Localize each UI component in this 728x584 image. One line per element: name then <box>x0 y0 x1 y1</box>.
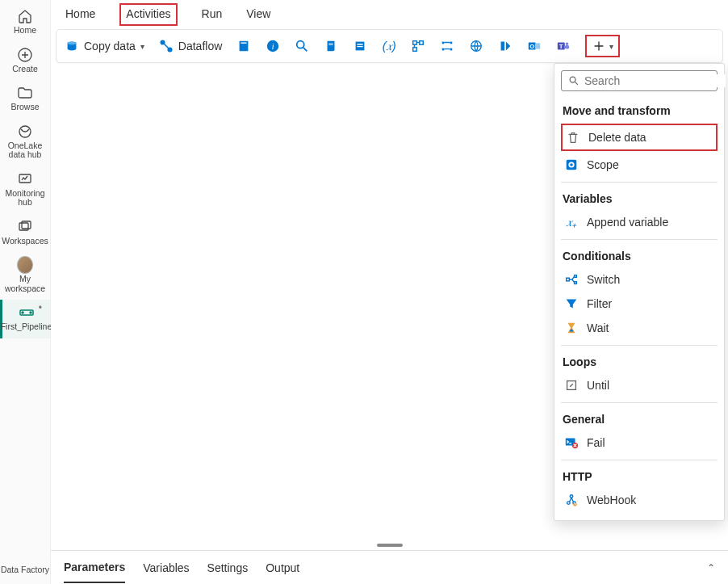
search-box[interactable] <box>561 70 718 91</box>
onelake-icon <box>17 124 33 140</box>
workspaces-icon <box>17 219 33 235</box>
filter-icon <box>564 296 579 311</box>
rail-pipeline-label: First_Pipeline <box>0 322 53 332</box>
dataflow-icon <box>159 39 174 53</box>
divider <box>561 182 718 183</box>
svg-text:i: i <box>272 42 274 51</box>
item-append-variable-label: Append variable <box>587 216 668 229</box>
rail-create[interactable]: Create <box>0 42 50 81</box>
switch-icon <box>564 272 579 287</box>
btab-variables[interactable]: Variables <box>143 553 189 582</box>
rail-home[interactable]: Home <box>0 3 50 42</box>
svg-point-15 <box>297 41 304 48</box>
tab-activities[interactable]: Activities <box>119 3 177 26</box>
tab-activities-label: Activities <box>126 7 170 20</box>
item-scope-label: Scope <box>587 158 619 171</box>
divider <box>561 402 718 403</box>
svg-rect-37 <box>575 275 577 278</box>
dataflow-label: Dataflow <box>178 40 222 53</box>
until-icon <box>564 378 579 393</box>
item-switch-label: Switch <box>587 273 620 286</box>
append-variable-icon: 𝑥₊ <box>564 215 579 229</box>
item-delete-data[interactable]: Delete data <box>561 124 718 151</box>
item-until-label: Until <box>587 379 609 392</box>
btab-output[interactable]: Output <box>266 553 299 582</box>
svg-rect-12 <box>241 43 247 44</box>
wait-icon <box>564 321 579 335</box>
dataflow-button[interactable]: Dataflow <box>159 39 222 53</box>
outlook-icon[interactable]: O <box>527 39 542 53</box>
section-variables: Variables <box>561 189 718 210</box>
svg-rect-22 <box>450 42 453 44</box>
item-filter[interactable]: Filter <box>561 292 718 316</box>
svg-rect-27 <box>535 43 540 48</box>
svg-rect-23 <box>450 48 453 51</box>
activities-dropdown: Move and transform Delete data Scope Var… <box>554 63 725 521</box>
notebook-icon[interactable] <box>236 39 251 53</box>
rail-data-factory[interactable]: Data Factory <box>0 560 50 584</box>
copy-data-label: Copy data <box>84 40 136 53</box>
stored-procedure-icon[interactable] <box>353 39 367 53</box>
rail-my-workspace[interactable]: My workspace <box>0 252 50 300</box>
web-icon[interactable] <box>469 39 483 53</box>
divider <box>561 345 718 346</box>
resize-handle[interactable] <box>377 544 403 547</box>
btab-settings[interactable]: Settings <box>207 553 249 582</box>
svg-point-10 <box>168 48 172 52</box>
item-wait[interactable]: Wait <box>561 316 718 340</box>
main-area: Home Activities Run View Copy data ▾ Dat… <box>51 0 728 584</box>
left-rail: Home Create Browse OneLake data hub Moni… <box>0 0 51 584</box>
item-until[interactable]: Until <box>561 373 718 397</box>
chevron-down-icon: ▾ <box>609 42 613 51</box>
rail-workspaces-label: Workspaces <box>0 237 50 246</box>
divider <box>561 239 718 240</box>
rail-monitoring[interactable]: Monitoring hub <box>0 166 50 214</box>
if-icon[interactable] <box>440 39 454 53</box>
rail-pipeline[interactable]: First_Pipeline <box>0 300 50 338</box>
section-general: General <box>561 410 718 431</box>
teams-icon[interactable]: T <box>556 39 571 53</box>
avatar-icon <box>17 257 33 273</box>
variable-icon[interactable]: (𝑥) <box>382 39 396 53</box>
btab-parameters[interactable]: Parameters <box>64 552 125 583</box>
item-scope[interactable]: Scope <box>561 153 718 177</box>
item-fail-label: Fail <box>587 436 605 449</box>
invoke-pipeline-icon[interactable] <box>498 39 513 53</box>
search-input[interactable] <box>584 74 726 87</box>
rail-create-label: Create <box>10 65 40 74</box>
rail-browse[interactable]: Browse <box>0 80 50 119</box>
copy-data-button[interactable]: Copy data ▾ <box>65 39 144 53</box>
script-icon[interactable] <box>324 39 338 53</box>
svg-rect-21 <box>442 48 445 51</box>
tab-view[interactable]: View <box>246 2 270 27</box>
tab-home[interactable]: Home <box>65 2 95 27</box>
item-webhook[interactable]: WebHook <box>561 488 718 512</box>
foreach-icon[interactable] <box>411 39 425 53</box>
item-wait-label: Wait <box>587 321 609 334</box>
item-filter-label: Filter <box>587 297 612 310</box>
item-fail[interactable]: Fail <box>561 431 718 455</box>
svg-point-32 <box>570 77 575 82</box>
pipeline-icon <box>19 305 35 321</box>
more-activities-button[interactable]: ▾ <box>585 35 620 57</box>
scope-icon <box>564 158 579 172</box>
svg-rect-38 <box>575 282 577 284</box>
lookup-icon[interactable] <box>295 39 309 53</box>
rail-workspaces[interactable]: Workspaces <box>0 214 50 253</box>
copy-data-icon <box>65 39 79 53</box>
info-icon[interactable]: i <box>266 39 280 53</box>
rail-onelake[interactable]: OneLake data hub <box>0 119 50 166</box>
chevron-up-icon[interactable]: ⌃ <box>707 562 715 573</box>
tab-run[interactable]: Run <box>202 2 223 27</box>
svg-point-35 <box>570 163 573 166</box>
monitoring-icon <box>17 171 33 187</box>
plus-circle-icon <box>17 47 33 63</box>
svg-rect-19 <box>413 48 417 52</box>
svg-point-9 <box>161 40 165 44</box>
item-webhook-label: WebHook <box>587 494 636 506</box>
svg-point-7 <box>30 312 31 313</box>
item-switch[interactable]: Switch <box>561 267 718 292</box>
item-append-variable[interactable]: 𝑥₊ Append variable <box>561 210 718 234</box>
section-loops: Loops <box>561 352 718 373</box>
svg-point-8 <box>68 42 77 45</box>
